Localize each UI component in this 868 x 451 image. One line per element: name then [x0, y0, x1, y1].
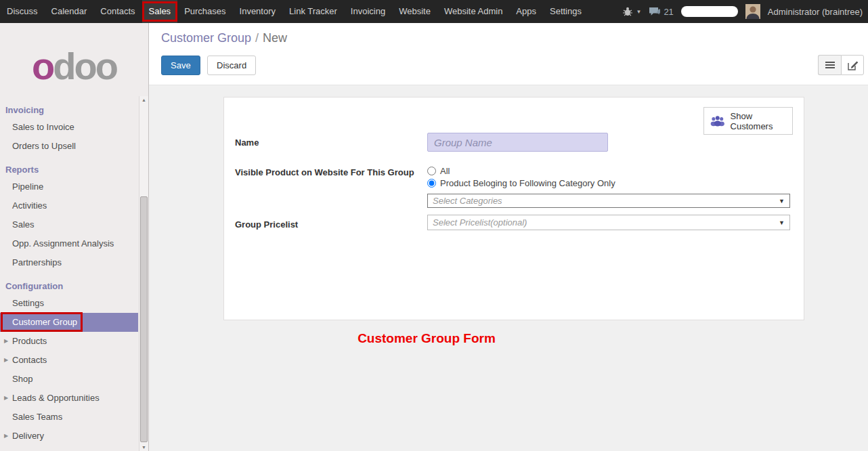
- nav-item-discuss[interactable]: Discuss: [0, 0, 45, 23]
- sidebar-item-activities[interactable]: Activities: [0, 196, 138, 215]
- sidebar-item-label: Customer Group: [12, 317, 77, 327]
- breadcrumb: Customer Group/New: [161, 31, 864, 45]
- list-icon: [825, 61, 835, 69]
- debug-menu[interactable]: ▼: [622, 7, 641, 16]
- nav-item-inventory[interactable]: Inventory: [233, 0, 282, 23]
- sidebar-item-sales[interactable]: Sales: [0, 215, 138, 234]
- caption-text: Customer Group Form: [352, 331, 501, 346]
- sidebar-item-opp-assignment-analysis[interactable]: Opp. Assignment Analysis: [0, 234, 138, 253]
- breadcrumb-customer-group[interactable]: Customer Group: [161, 31, 251, 45]
- app-menu: Discuss Calendar Contacts Sales Purchase…: [0, 0, 588, 23]
- form-fields: Name Visible Product on Website For This…: [235, 133, 790, 241]
- main-area: Customer Group/New Save Discard: [149, 23, 868, 451]
- nav-item-settings[interactable]: Settings: [543, 0, 588, 23]
- sidebar-item-leads-opportunities[interactable]: ▶ Leads & Opportunities: [0, 389, 138, 408]
- radio-label: All: [440, 166, 450, 176]
- sidebar-menu: Invoicing Sales to Invoice Orders to Ups…: [0, 102, 138, 451]
- nav-item-calendar[interactable]: Calendar: [45, 0, 94, 23]
- scroll-down-icon[interactable]: ▼: [142, 445, 146, 450]
- nav-item-website-admin[interactable]: Website Admin: [437, 0, 509, 23]
- sidebar-item-partnerships[interactable]: Partnerships: [0, 253, 138, 272]
- odoo-logo: odoo: [0, 34, 148, 98]
- form-buttons: Save Discard: [161, 56, 256, 75]
- logo-letter: o: [95, 44, 116, 88]
- pricelist-select[interactable]: Select Pricelist(optional) ▼: [427, 215, 790, 230]
- sidebar-scrollbar[interactable]: ▲ ▼: [139, 96, 148, 451]
- nav-item-sales[interactable]: Sales: [142, 0, 178, 23]
- sidebar-section-reports: Reports Pipeline Activities Sales Opp. A…: [0, 161, 138, 272]
- group-name-input[interactable]: [427, 133, 608, 152]
- systray-pill[interactable]: [681, 6, 738, 17]
- caret-down-icon: ▼: [636, 9, 641, 15]
- radio-option-all[interactable]: All: [427, 165, 790, 177]
- nav-item-contacts[interactable]: Contacts: [93, 0, 142, 23]
- pricelist-placeholder: Select Pricelist(optional): [433, 217, 527, 228]
- nav-item-purchases[interactable]: Purchases: [177, 0, 232, 23]
- avatar-image: [745, 4, 760, 19]
- control-panel: Customer Group/New Save Discard: [149, 23, 868, 85]
- radio-label: Product Beloging to Following Category O…: [440, 178, 615, 188]
- expand-arrow-icon: ▶: [4, 351, 8, 370]
- nav-item-invoicing[interactable]: Invoicing: [344, 0, 392, 23]
- sidebar-item-products[interactable]: ▶ Products: [0, 332, 138, 351]
- customer-group-form: Show Customers Name Visible Product on W…: [223, 97, 804, 320]
- sidebar-item-orders-to-upsell[interactable]: Orders to Upsell: [0, 137, 138, 156]
- logo-letter: d: [53, 44, 74, 88]
- nav-item-apps[interactable]: Apps: [509, 0, 543, 23]
- user-menu[interactable]: Administrator (braintree): [768, 7, 863, 17]
- name-label: Name: [235, 133, 427, 148]
- form-view-button[interactable]: [841, 55, 864, 75]
- nav-item-link-tracker[interactable]: Link Tracker: [282, 0, 344, 23]
- sidebar-item-pipeline[interactable]: Pipeline: [0, 177, 138, 196]
- radio-all[interactable]: [427, 167, 436, 175]
- radio-category-only[interactable]: [427, 179, 436, 188]
- list-view-button[interactable]: [818, 55, 841, 75]
- customers-group-icon: [710, 114, 726, 129]
- sidebar: odoo Invoicing Sales to Invoice Orders t…: [0, 23, 149, 451]
- save-button[interactable]: Save: [161, 56, 200, 75]
- sidebar-item-contacts[interactable]: ▶ Contacts: [0, 351, 138, 370]
- expand-arrow-icon: ▶: [4, 427, 8, 446]
- field-row-pricelist: Group Pricelist Select Pricelist(optiona…: [235, 215, 790, 230]
- categories-placeholder: Select Categories: [433, 196, 502, 206]
- section-title: Invoicing: [0, 102, 138, 118]
- sidebar-item-delivery[interactable]: ▶ Delivery: [0, 427, 138, 446]
- sidebar-item-label: Contacts: [12, 355, 47, 365]
- messages-menu[interactable]: 21: [649, 7, 673, 17]
- radio-option-category-only[interactable]: Product Beloging to Following Category O…: [427, 177, 790, 189]
- field-row-name: Name: [235, 133, 790, 152]
- breadcrumb-separator: /: [255, 31, 259, 45]
- nav-item-website[interactable]: Website: [392, 0, 437, 23]
- user-avatar[interactable]: [745, 4, 760, 19]
- sidebar-section-configuration: Configuration Settings Customer Group ▶ …: [0, 278, 138, 446]
- discard-button[interactable]: Discard: [207, 56, 256, 75]
- sidebar-item-label: Products: [12, 336, 47, 346]
- expand-arrow-icon: ▶: [4, 332, 8, 351]
- sidebar-item-shop[interactable]: Shop: [0, 370, 138, 389]
- view-switcher: [818, 55, 864, 75]
- visibility-options: All Product Beloging to Following Catego…: [427, 163, 790, 208]
- show-customers-button[interactable]: Show Customers: [703, 107, 793, 135]
- visibility-label: Visible Product on Website For This Grou…: [235, 163, 427, 177]
- scroll-up-icon[interactable]: ▲: [142, 98, 146, 102]
- bug-icon: [622, 7, 633, 16]
- pricelist-label: Group Pricelist: [235, 215, 427, 230]
- nav-item-label: Sales: [149, 6, 171, 16]
- control-panel-row: Save Discard: [161, 55, 864, 75]
- caret-down-icon: ▼: [779, 219, 785, 226]
- section-title: Configuration: [0, 278, 138, 294]
- sidebar-item-sales-to-invoice[interactable]: Sales to Invoice: [0, 118, 138, 137]
- sidebar-item-settings[interactable]: Settings: [0, 294, 138, 313]
- message-count: 21: [664, 7, 673, 17]
- scrollbar-thumb[interactable]: [140, 196, 148, 442]
- categories-select[interactable]: Select Categories ▼: [427, 194, 790, 208]
- show-customers-label: Show Customers: [731, 111, 787, 131]
- expand-arrow-icon: ▶: [4, 389, 8, 408]
- section-title: Reports: [0, 161, 138, 177]
- edit-icon: [848, 60, 858, 70]
- systray: ▼ 21 Administrator (braintree): [622, 4, 868, 19]
- sidebar-item-label: Delivery: [12, 431, 44, 441]
- sidebar-item-sales-teams[interactable]: Sales Teams: [0, 408, 138, 427]
- logo-letter: o: [32, 44, 53, 88]
- sidebar-item-customer-group[interactable]: Customer Group: [0, 313, 138, 332]
